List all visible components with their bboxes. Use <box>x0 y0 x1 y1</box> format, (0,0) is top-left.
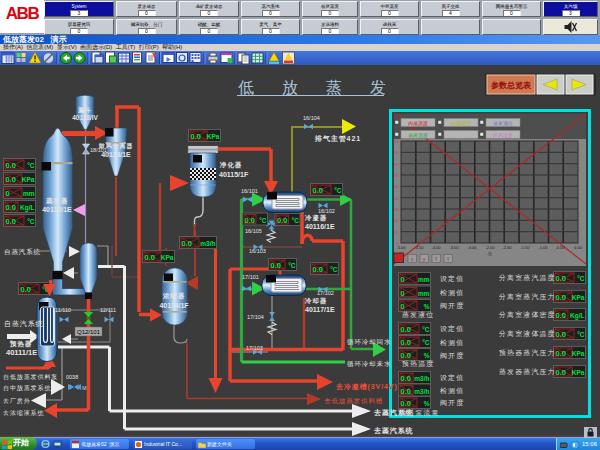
svg-text:%: % <box>424 352 430 359</box>
svg-text:浓缩器: 浓缩器 <box>162 292 185 300</box>
svg-text:Q12/101: Q12/101 <box>77 329 101 335</box>
svg-text:65: 65 <box>395 184 400 189</box>
svg-text:0.0: 0.0 <box>277 216 287 225</box>
svg-text:°C: °C <box>577 331 585 338</box>
svg-text:蒸发液位: 蒸发液位 <box>402 311 434 319</box>
svg-text:蒸发温度: 蒸发温度 <box>408 132 428 139</box>
svg-text:mm: mm <box>418 276 430 283</box>
svg-text:KPa: KPa <box>572 350 585 357</box>
svg-text:°C: °C <box>334 187 342 194</box>
svg-text:°C: °C <box>27 162 35 169</box>
svg-text:17/104: 17/104 <box>247 314 264 320</box>
svg-text:预热温度: 预热温度 <box>402 360 434 368</box>
svg-text:0.0: 0.0 <box>556 330 566 339</box>
svg-text:0.0: 0.0 <box>401 399 411 408</box>
svg-text:%: % <box>424 303 430 310</box>
svg-text:17/102: 17/102 <box>317 290 334 296</box>
svg-text:Kg/L: Kg/L <box>20 204 34 212</box>
svg-text:°C: °C <box>577 275 585 282</box>
svg-text:分离室蒸汽压力: 分离室蒸汽压力 <box>498 293 556 301</box>
svg-text:循环冷却来水: 循环冷却来水 <box>347 360 391 368</box>
svg-text:32: 32 <box>395 218 400 223</box>
svg-text:°C: °C <box>330 266 338 273</box>
svg-text:检测值: 检测值 <box>440 289 464 297</box>
svg-text:-3.50: -3.50 <box>449 245 459 250</box>
svg-text:设定值: 设定值 <box>440 325 464 333</box>
svg-text:0.0: 0.0 <box>6 217 16 226</box>
svg-text:设定值: 设定值 <box>440 275 464 283</box>
svg-text:0.0: 0.0 <box>21 285 31 294</box>
svg-text:40111/1E: 40111/1E <box>6 348 37 357</box>
svg-text:去厂房外: 去厂房外 <box>3 397 31 404</box>
svg-text:54: 54 <box>395 196 400 201</box>
svg-text:0.0: 0.0 <box>182 239 192 248</box>
svg-text:87: 87 <box>395 162 400 167</box>
svg-text:76: 76 <box>395 173 400 178</box>
svg-text:m3/h: m3/h <box>414 388 429 395</box>
svg-text:17/103: 17/103 <box>246 345 263 351</box>
svg-text:0.0: 0.0 <box>313 186 323 195</box>
svg-text:阀开度: 阀开度 <box>440 302 464 310</box>
svg-text:0.0: 0.0 <box>556 368 566 377</box>
svg-text:21: 21 <box>395 230 400 235</box>
svg-text:m3/h: m3/h <box>414 375 429 382</box>
svg-text:0: 0 <box>401 289 405 298</box>
svg-text:分离室液体密度: 分离室液体密度 <box>498 311 556 319</box>
svg-text:16/101: 16/101 <box>241 188 258 194</box>
svg-text:16/105: 16/105 <box>245 228 262 234</box>
svg-text:蒸发液位: 蒸发液位 <box>493 120 513 127</box>
svg-text:0.0: 0.0 <box>401 325 411 334</box>
svg-text:111: 111 <box>393 139 400 144</box>
svg-text:0: 0 <box>6 189 10 198</box>
svg-text:0.0: 0.0 <box>313 265 323 274</box>
svg-text:0038: 0038 <box>66 374 78 380</box>
svg-text:净化器: 净化器 <box>219 161 242 169</box>
svg-text:低放蒸发: 低放蒸发 <box>238 79 414 96</box>
svg-text:Y: Y <box>435 257 438 262</box>
svg-text:漏斗: 漏斗 <box>77 106 92 114</box>
svg-text:-5.00: -5.00 <box>396 245 406 250</box>
svg-text:蒸发器蒸汽压力: 蒸发器蒸汽压力 <box>499 368 556 376</box>
svg-text:°C: °C <box>27 218 35 225</box>
svg-text:去蒸汽系统: 去蒸汽系统 <box>373 426 414 435</box>
svg-text:40115/1F: 40115/1F <box>219 171 249 178</box>
svg-text:0.0: 0.0 <box>556 349 566 358</box>
svg-text:40112/1E: 40112/1E <box>42 206 72 213</box>
svg-text:内蒸温力: 内蒸温力 <box>451 120 471 127</box>
svg-text:0.00: 0.00 <box>574 245 583 250</box>
svg-text:16/103: 16/103 <box>249 248 266 254</box>
svg-text:12/111: 12/111 <box>100 307 116 313</box>
svg-text:0.0: 0.0 <box>401 351 411 360</box>
svg-text:KPa: KPa <box>161 254 174 261</box>
svg-text:0.0: 0.0 <box>6 203 16 212</box>
svg-text:预热器: 预热器 <box>9 340 32 348</box>
svg-text:蒸发器: 蒸发器 <box>45 197 68 205</box>
svg-text:16/104: 16/104 <box>303 115 320 121</box>
svg-text:自蒸汽系统: 自蒸汽系统 <box>4 248 41 256</box>
svg-text:0.0: 0.0 <box>191 132 201 141</box>
svg-text:mm: mm <box>418 290 430 297</box>
svg-text:自蒸汽系统: 自蒸汽系统 <box>4 320 44 328</box>
svg-text:Kg/L: Kg/L <box>570 312 584 320</box>
svg-text:M: M <box>82 385 87 391</box>
svg-text:Y: Y <box>447 257 450 262</box>
svg-text:40116/1E: 40116/1E <box>305 223 335 230</box>
svg-text:0.0: 0.0 <box>271 261 281 270</box>
svg-text:40114/1F: 40114/1F <box>159 302 189 309</box>
svg-text:循环冷却回水: 循环冷却回水 <box>347 338 391 346</box>
svg-text:分: 分 <box>488 251 493 256</box>
svg-text:-2.50: -2.50 <box>485 245 495 250</box>
svg-text:0.0: 0.0 <box>6 161 16 170</box>
svg-text:-4.00: -4.00 <box>431 245 441 250</box>
svg-text:-4.50: -4.50 <box>414 245 424 250</box>
svg-text:排风温度: 排风温度 <box>492 132 513 139</box>
svg-text:0.0: 0.0 <box>401 387 411 396</box>
svg-text:-2.00: -2.00 <box>502 245 512 250</box>
svg-text:17/101: 17/101 <box>242 274 259 280</box>
svg-text:去浓缩液系统: 去浓缩液系统 <box>3 409 44 417</box>
svg-text:KPa: KPa <box>207 133 220 140</box>
svg-text:去蒸汽系统: 去蒸汽系统 <box>373 408 414 417</box>
svg-text:自低放蒸发供料泵: 自低放蒸发供料泵 <box>3 373 58 381</box>
svg-text:°C: °C <box>422 326 430 333</box>
svg-text:分离室液体温度: 分离室液体温度 <box>498 330 556 338</box>
